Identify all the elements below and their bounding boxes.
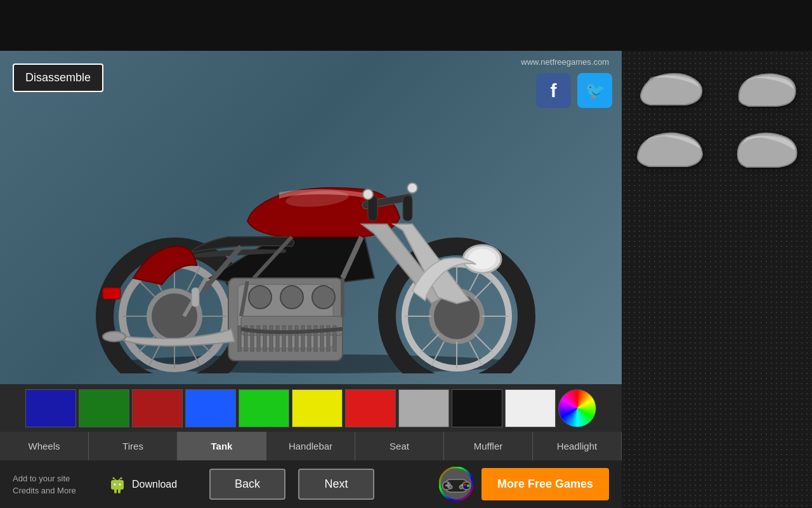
svg-rect-37: [238, 326, 241, 351]
tab-tank[interactable]: Tank: [178, 432, 266, 460]
color-swatches-row: [0, 384, 622, 432]
svg-point-82: [464, 483, 466, 486]
svg-rect-44: [282, 326, 285, 351]
svg-line-25: [475, 281, 492, 298]
svg-point-33: [249, 286, 272, 309]
credits-link[interactable]: Credits and More: [13, 486, 95, 495]
svg-point-87: [459, 485, 463, 489]
svg-point-71: [119, 483, 121, 485]
tab-wheels[interactable]: Wheels: [0, 432, 89, 460]
color-swatch-green[interactable]: [239, 389, 289, 427]
disassemble-button[interactable]: Disassemble: [13, 64, 103, 92]
download-label: Download: [132, 479, 177, 490]
tank-option-2[interactable]: [723, 64, 806, 111]
website-label: www.netfreegames.com: [521, 57, 609, 67]
svg-point-84: [464, 486, 466, 488]
color-swatch-gray[interactable]: [398, 389, 449, 427]
svg-rect-41: [263, 326, 266, 351]
tab-seat[interactable]: Seat: [355, 432, 444, 460]
svg-rect-42: [270, 326, 273, 351]
android-icon: [108, 475, 127, 494]
svg-point-34: [280, 286, 303, 309]
right-panel: [622, 51, 812, 508]
svg-point-58: [363, 189, 373, 199]
main-area: www.netfreegames.com f 🐦 Disassemble: [0, 51, 812, 508]
parts-tabs: Wheels Tires Tank Handlebar Seat Muffler: [0, 432, 622, 460]
color-swatch-dark-blue[interactable]: [25, 389, 76, 427]
motorcycle-svg: [51, 100, 571, 373]
tab-handlebar[interactable]: Handlebar: [266, 432, 355, 460]
color-swatch-white[interactable]: [505, 389, 556, 427]
svg-point-86: [449, 485, 452, 489]
color-wheel[interactable]: [558, 389, 596, 427]
color-swatch-black[interactable]: [452, 389, 502, 427]
top-bar: [0, 0, 812, 51]
bottom-toolbar: Add to your site Credits and More Dow: [0, 460, 622, 508]
more-games-area: More Free Games: [439, 467, 609, 502]
svg-rect-45: [289, 326, 292, 351]
tab-headlight[interactable]: Headlight: [533, 432, 622, 460]
add-to-site-link[interactable]: Add to your site: [13, 474, 95, 483]
back-button[interactable]: Back: [209, 469, 285, 500]
tank-option-1[interactable]: [628, 64, 710, 111]
svg-point-61: [468, 249, 496, 269]
app-container: www.netfreegames.com f 🐦 Disassemble: [0, 0, 812, 508]
svg-point-35: [312, 286, 335, 309]
svg-point-75: [121, 477, 122, 479]
motorcycle-image-area: [6, 89, 615, 384]
tab-muffler[interactable]: Muffler: [444, 432, 533, 460]
game-panel: www.netfreegames.com f 🐦 Disassemble: [0, 51, 622, 508]
svg-line-26: [421, 334, 439, 352]
svg-point-74: [113, 477, 115, 479]
svg-line-24: [475, 334, 492, 352]
more-games-button[interactable]: More Free Games: [481, 468, 609, 500]
svg-rect-69: [192, 288, 199, 307]
svg-rect-47: [301, 326, 304, 351]
game-controller-icon: [439, 467, 474, 502]
tank-options-grid: [628, 64, 806, 171]
svg-point-59: [407, 183, 417, 193]
svg-rect-57: [403, 196, 412, 221]
tab-tires[interactable]: Tires: [89, 432, 178, 460]
color-swatch-dark-green[interactable]: [79, 389, 129, 427]
svg-point-70: [114, 483, 116, 485]
color-swatch-yellow[interactable]: [292, 389, 343, 427]
color-swatch-blue[interactable]: [185, 389, 236, 427]
svg-rect-43: [276, 326, 279, 351]
svg-rect-62: [103, 288, 121, 299]
svg-rect-46: [295, 326, 298, 351]
tank-option-4[interactable]: [723, 124, 806, 171]
next-button[interactable]: Next: [298, 469, 374, 500]
svg-point-83: [467, 485, 469, 487]
color-swatch-red[interactable]: [345, 389, 396, 427]
tank-option-3[interactable]: [628, 124, 710, 171]
color-swatch-dark-red[interactable]: [132, 389, 183, 427]
download-button[interactable]: Download: [108, 475, 197, 494]
svg-point-54: [103, 331, 126, 342]
motorcycle-display: www.netfreegames.com f 🐦 Disassemble: [0, 51, 622, 384]
site-links: Add to your site Credits and More: [13, 474, 95, 495]
